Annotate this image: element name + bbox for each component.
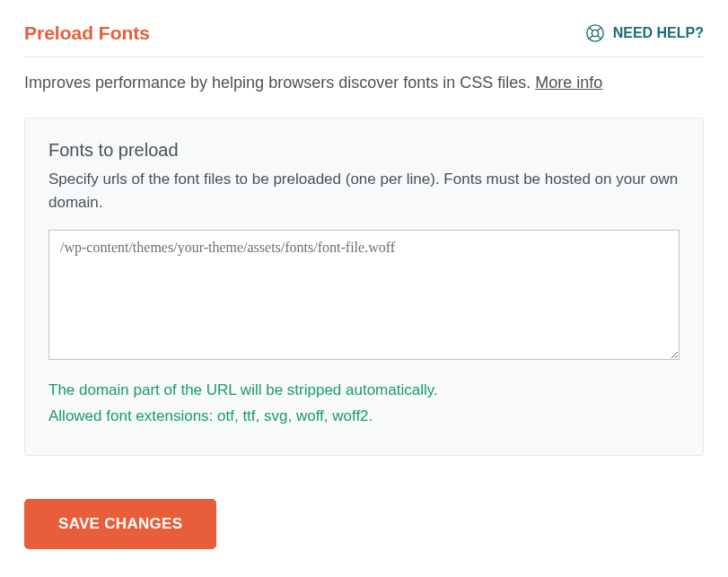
svg-line-2	[589, 27, 592, 31]
help-icon	[585, 23, 605, 43]
description-text: Improves performance by helping browsers…	[24, 74, 535, 92]
save-changes-button[interactable]: SAVE CHANGES	[24, 499, 216, 549]
section-header: Preload Fonts NEED HELP?	[24, 22, 704, 57]
fonts-preload-card: Fonts to preload Specify urls of the fon…	[24, 118, 704, 456]
svg-line-4	[589, 36, 592, 39]
section-description: Improves performance by helping browsers…	[24, 74, 704, 92]
more-info-link[interactable]: More info	[535, 74, 602, 92]
svg-line-5	[597, 36, 601, 39]
need-help-link[interactable]: NEED HELP?	[585, 23, 704, 43]
card-subtitle: Specify urls of the font files to be pre…	[48, 168, 680, 214]
card-title: Fonts to preload	[48, 140, 680, 161]
svg-line-3	[597, 27, 601, 31]
hint-line-1: The domain part of the URL will be strip…	[48, 378, 680, 404]
fonts-hint: The domain part of the URL will be strip…	[48, 378, 680, 430]
need-help-label: NEED HELP?	[613, 25, 704, 41]
section-title: Preload Fonts	[24, 22, 150, 44]
fonts-to-preload-input[interactable]	[48, 230, 680, 360]
svg-point-1	[592, 30, 598, 36]
hint-line-2: Allowed font extensions: otf, ttf, svg, …	[48, 404, 680, 430]
